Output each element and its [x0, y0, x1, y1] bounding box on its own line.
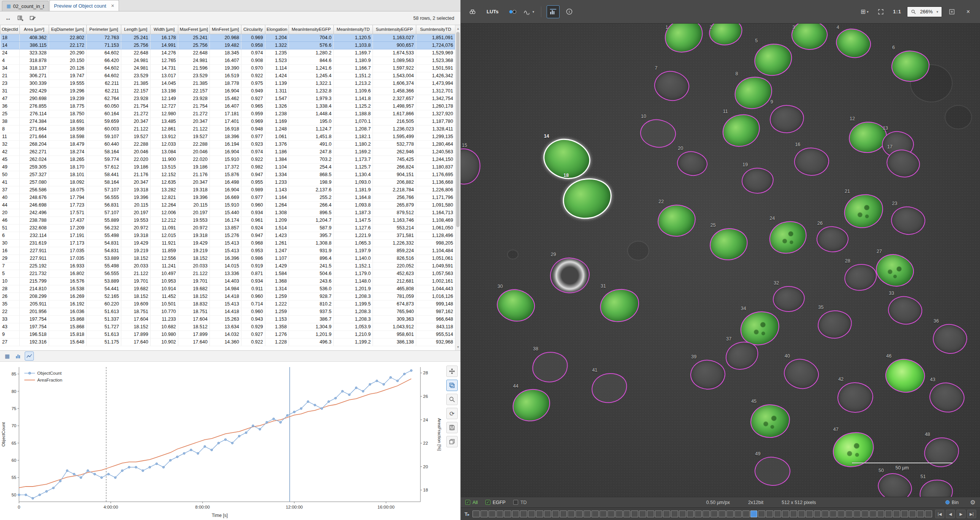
cell-outline-3[interactable] — [791, 24, 829, 51]
table-row[interactable]: 41257.08018.09258.16420.34712.63520.3471… — [0, 179, 455, 186]
cell-outline-18[interactable] — [559, 174, 616, 223]
table-row[interactable]: 38274.38418.69159.65920.34713.48520.3471… — [0, 118, 455, 125]
timeline-frame[interactable] — [679, 510, 686, 517]
timeline-frame[interactable] — [798, 510, 805, 517]
table-row[interactable]: 11271.66418.59859.10719.52713.91219.5271… — [0, 133, 455, 140]
column-header[interactable]: Circularity — [241, 25, 265, 34]
table-row[interactable]: 37256.58618.07557.10719.31813.28219.3181… — [0, 186, 455, 194]
table-row[interactable]: 31292.42919.29662.21122.15713.19822.1571… — [0, 87, 455, 95]
table-row[interactable]: 42262.27118.27458.16420.04613.08420.0461… — [0, 148, 455, 156]
cell-outline-5[interactable] — [752, 40, 795, 78]
cell-outline-43[interactable] — [926, 379, 967, 415]
timeline-frame[interactable] — [821, 510, 829, 517]
timeline-frame[interactable] — [504, 510, 511, 517]
timeline-frame[interactable] — [655, 510, 662, 517]
cell-outline-11[interactable] — [719, 110, 764, 151]
table-row[interactable]: 8271.66418.59860.00321.12212.86121.12216… — [0, 125, 455, 133]
cell-outline-41[interactable] — [589, 370, 630, 405]
close-tab-icon[interactable]: × — [111, 3, 114, 9]
cell-outline-36[interactable] — [931, 322, 969, 355]
luts-button[interactable]: LUTs — [482, 5, 503, 18]
timeline-frame[interactable] — [909, 510, 916, 517]
column-header[interactable]: Width [µm] — [150, 25, 178, 34]
table-row[interactable]: 47290.69819.23962.76423.92812.14923.9281… — [0, 95, 455, 102]
microscopy-image[interactable]: 50 µm 1234567891011121314151617181920212… — [461, 24, 980, 497]
layers-button[interactable] — [446, 380, 458, 391]
timeline-frame[interactable] — [663, 510, 670, 517]
table-row[interactable]: 16227.91117.03554.83119.21911.85919.2191… — [0, 247, 455, 255]
fit-to-screen-button[interactable] — [945, 5, 958, 18]
channel-toggle-button[interactable] — [506, 5, 519, 18]
timeline-frame[interactable] — [576, 510, 583, 517]
timeline-frame[interactable] — [790, 510, 797, 517]
timeline-frame[interactable] — [861, 510, 869, 517]
table-row[interactable]: 18408.36222.80272.76325.24116.17825.2412… — [0, 34, 455, 41]
cell-outline-27[interactable] — [872, 250, 917, 291]
previous-frame-button[interactable]: ◀ — [946, 510, 955, 518]
table-row[interactable]: 35205.91116.19260.22019.60910.50118.8321… — [0, 300, 455, 308]
cell-outline-40[interactable] — [781, 355, 822, 392]
pan-button[interactable] — [446, 365, 458, 377]
table-row[interactable]: 28214.81016.53854.44119.68210.91419.6821… — [0, 285, 455, 292]
table-row[interactable]: 40248.67617.79456.55519.39612.82119.3961… — [0, 194, 455, 201]
timeline-frame[interactable] — [647, 510, 654, 517]
cell-outline-26[interactable] — [815, 225, 850, 254]
timeline-frame[interactable] — [687, 510, 694, 517]
timeline-frame[interactable] — [488, 510, 496, 517]
table-row[interactable]: 30231.61917.17354.83119.42911.92119.4291… — [0, 239, 455, 247]
cell-outline-49[interactable] — [753, 455, 791, 487]
cell-outline-31[interactable] — [597, 286, 643, 326]
column-header[interactable]: Perimeter [µm] — [86, 25, 121, 34]
column-header[interactable]: MaxFeret [µm] — [178, 25, 210, 34]
cell-outline-23[interactable] — [889, 204, 927, 237]
table-row[interactable]: 29227.91117.03553.88918.15212.55618.1521… — [0, 255, 455, 262]
timeline-frame[interactable] — [671, 510, 678, 517]
timeline-frame[interactable] — [703, 510, 710, 517]
cell-outline-10[interactable] — [638, 117, 678, 150]
timeline-frame-current[interactable] — [750, 510, 757, 517]
timeline-frame[interactable] — [639, 510, 646, 517]
export-table-button[interactable] — [15, 13, 25, 23]
cell-outline-21[interactable] — [840, 190, 887, 232]
timeline-frame[interactable] — [893, 510, 900, 517]
timeline-frame[interactable] — [782, 510, 789, 517]
edit-view-button[interactable] — [27, 13, 38, 23]
binning-control[interactable]: Bin — [945, 500, 959, 505]
timeline-frame[interactable] — [869, 510, 877, 517]
timeline-frame[interactable] — [616, 510, 623, 517]
table-row[interactable]: 32268.20418.47960.44022.28812.03322.2881… — [0, 140, 455, 148]
timeline-frame[interactable] — [766, 510, 773, 517]
timeline-frame[interactable] — [608, 510, 615, 517]
timeline-frame[interactable] — [901, 510, 908, 517]
cell-outline-35[interactable] — [816, 309, 853, 340]
table-row[interactable]: 45262.02418.26559.77422.02011.90022.0201… — [0, 156, 455, 163]
table-row[interactable]: 10215.79916.57653.88919.70110.95319.7011… — [0, 277, 455, 285]
results-table[interactable]: ObjectIdArea [µm²]EqDiameter [µm]Perimet… — [0, 25, 455, 346]
table-row[interactable]: 50257.32718.10158.44121.17612.15221.1761… — [0, 171, 455, 179]
cell-outline-20[interactable] — [675, 149, 710, 179]
timeline-frame[interactable] — [568, 510, 575, 517]
timeline-frame[interactable] — [584, 510, 591, 517]
timeline-frame[interactable] — [829, 510, 837, 517]
timeline-frame[interactable] — [496, 510, 504, 517]
zoom-select[interactable]: 266% ▾ — [907, 6, 942, 17]
overview-button[interactable] — [466, 5, 479, 18]
cell-outline-9[interactable] — [769, 105, 805, 134]
table-row[interactable]: 33197.75415.86851.33717.60411.23317.6041… — [0, 315, 455, 323]
cell-outline-4[interactable] — [832, 25, 874, 62]
zoom-tool-button[interactable] — [446, 394, 458, 405]
timeline-frame[interactable] — [727, 510, 734, 517]
column-header[interactable]: MeanIntensityEGFP — [289, 25, 333, 34]
timeline-frame[interactable] — [560, 510, 567, 517]
next-frame-button[interactable]: ▶ — [956, 510, 966, 518]
column-header[interactable]: EqDiameter [µm] — [49, 25, 86, 34]
cell-outline-42[interactable] — [837, 382, 873, 413]
checkbox-checked-icon[interactable]: ✓ — [485, 500, 490, 505]
timeline-frame[interactable] — [624, 510, 631, 517]
fullscreen-button[interactable] — [874, 5, 887, 18]
info-button[interactable] — [563, 5, 576, 18]
cell-outline-24[interactable] — [765, 217, 810, 258]
timeline-frame[interactable] — [917, 510, 924, 517]
column-header[interactable]: MeanIntensityTD — [333, 25, 372, 34]
timeline-frame[interactable] — [544, 510, 551, 517]
